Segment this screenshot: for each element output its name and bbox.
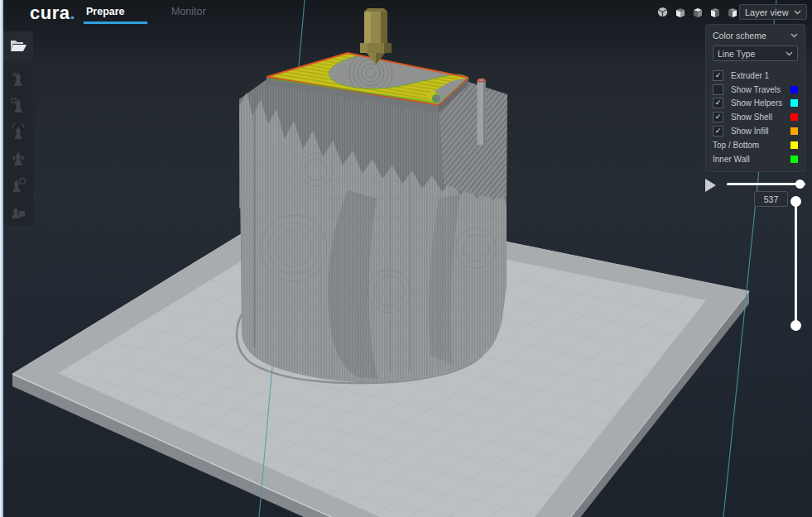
color-scheme-label: Color scheme bbox=[713, 31, 766, 41]
move-tool-button[interactable] bbox=[3, 66, 33, 93]
front-view-icon[interactable] bbox=[675, 6, 685, 18]
tab-monitor[interactable]: Monitor bbox=[171, 6, 206, 17]
show-travels-checkbox[interactable] bbox=[713, 84, 723, 95]
helpers-color-swatch bbox=[790, 99, 798, 107]
top-bottom-label: Top / Bottom bbox=[713, 141, 790, 150]
line-type-legend: ✓ Extruder 1 Show Travels ✓ Show Helpers… bbox=[713, 69, 798, 166]
color-scheme-dropdown[interactable]: Line Type bbox=[713, 45, 798, 61]
row-extruder-1: ✓ Extruder 1 bbox=[713, 69, 798, 83]
inner-wall-label: Inner Wall bbox=[713, 155, 790, 164]
support-blocker-tool-icon bbox=[10, 203, 26, 221]
open-file-button[interactable] bbox=[3, 31, 33, 61]
show-shell-label: Show Shell bbox=[731, 112, 790, 122]
viewport-3d[interactable] bbox=[0, 0, 812, 517]
inner-wall-color-swatch bbox=[790, 156, 798, 163]
color-scheme-header[interactable]: Color scheme bbox=[713, 31, 798, 41]
current-layer-badge: 537 bbox=[754, 191, 788, 207]
top-bottom-color-swatch bbox=[790, 141, 798, 149]
infill-color-swatch bbox=[790, 127, 798, 135]
view-mode-dropdown[interactable]: Layer view bbox=[739, 4, 807, 20]
chevron-down-icon bbox=[790, 33, 798, 38]
show-helpers-label: Show Helpers bbox=[731, 98, 790, 108]
layer-view-panel: Color scheme Line Type ✓ Extruder 1 Show… bbox=[705, 24, 805, 172]
3d-view-icon[interactable] bbox=[657, 6, 668, 18]
extruder-1-label: Extruder 1 bbox=[731, 71, 798, 80]
chevron-down-icon bbox=[794, 10, 801, 15]
mirror-tool-icon bbox=[10, 150, 26, 168]
mirror-tool-button[interactable] bbox=[3, 146, 33, 172]
right-view-icon[interactable] bbox=[727, 6, 738, 18]
extruder-1-checkbox[interactable]: ✓ bbox=[713, 70, 723, 81]
cura-logo: cura. bbox=[30, 2, 75, 24]
show-infill-checkbox[interactable]: ✓ bbox=[713, 126, 723, 136]
logo-dot: . bbox=[70, 2, 75, 23]
sliced-model bbox=[239, 51, 507, 382]
scale-tool-button[interactable] bbox=[3, 93, 33, 119]
layer-range-slider-track[interactable] bbox=[795, 201, 797, 325]
play-simulation-button[interactable] bbox=[705, 179, 716, 192]
rotate-tool-icon bbox=[10, 123, 26, 141]
travels-color-swatch bbox=[790, 86, 798, 93]
camera-view-buttons bbox=[657, 6, 738, 18]
active-tab-underline bbox=[84, 22, 147, 24]
layer-range-lower-handle[interactable] bbox=[790, 320, 801, 331]
row-show-helpers: ✓ Show Helpers bbox=[713, 97, 798, 111]
show-shell-checkbox[interactable]: ✓ bbox=[713, 112, 723, 122]
row-inner-wall: Inner Wall bbox=[713, 152, 798, 166]
show-travels-label: Show Travels bbox=[731, 85, 790, 94]
support-blocker-tool-button[interactable] bbox=[3, 199, 33, 225]
view-mode-value: Layer view bbox=[745, 7, 789, 17]
open-folder-icon bbox=[9, 39, 27, 54]
cura-window: cura. Prepare Monitor Layer vi bbox=[0, 0, 812, 517]
simulation-slider-handle[interactable] bbox=[795, 180, 805, 189]
row-show-infill: ✓ Show Infill bbox=[713, 124, 798, 138]
row-show-travels: Show Travels bbox=[713, 83, 798, 97]
per-model-settings-tool-button[interactable] bbox=[3, 172, 33, 199]
scale-tool-icon bbox=[10, 97, 26, 115]
move-tool-icon bbox=[10, 70, 26, 89]
show-infill-label: Show Infill bbox=[731, 127, 790, 136]
layer-range-upper-handle[interactable] bbox=[790, 196, 801, 207]
tab-prepare[interactable]: Prepare bbox=[86, 6, 125, 17]
left-view-icon[interactable] bbox=[709, 6, 720, 18]
color-scheme-value: Line Type bbox=[718, 49, 755, 59]
chevron-down-icon bbox=[786, 51, 793, 56]
top-view-icon[interactable] bbox=[692, 6, 703, 18]
rotate-tool-button[interactable] bbox=[3, 119, 33, 146]
per-model-settings-tool-icon bbox=[10, 176, 26, 194]
shell-color-swatch bbox=[790, 113, 798, 121]
simulation-slider-track[interactable] bbox=[727, 183, 805, 185]
row-top-bottom: Top / Bottom bbox=[713, 138, 798, 152]
current-layer-value: 537 bbox=[764, 194, 779, 204]
show-helpers-checkbox[interactable]: ✓ bbox=[713, 98, 723, 108]
row-show-shell: ✓ Show Shell bbox=[713, 110, 798, 124]
